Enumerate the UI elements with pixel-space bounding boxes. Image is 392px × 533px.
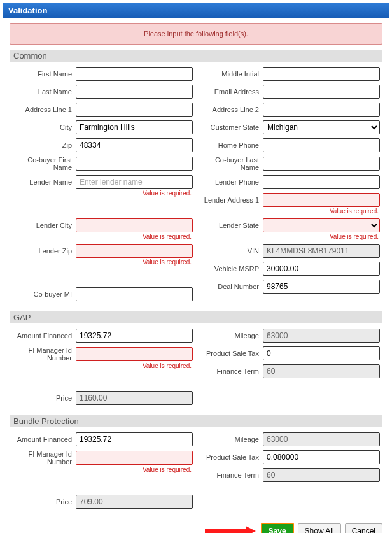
bundle-term-input — [263, 468, 380, 482]
middle-initial-input[interactable] — [263, 67, 380, 81]
error-lender-city: Value is required. — [12, 233, 193, 240]
error-gap-fi-manager: Value is required. — [12, 362, 193, 369]
label-gap-amount-financed: Amount Financed — [12, 332, 76, 339]
label-lender-state: Lender State — [199, 222, 263, 229]
label-gap-price: Price — [12, 394, 76, 402]
cobuyer-first-input[interactable] — [76, 157, 193, 171]
common-right-col: Middle Intial Email Address Address Line… — [199, 67, 380, 305]
label-vin: VIN — [199, 247, 263, 255]
label-lender-zip: Lender Zip — [12, 247, 76, 255]
label-last-name: Last Name — [12, 88, 76, 96]
gap-left-col: Amount Financed FI Manager Id Number Val… — [12, 329, 193, 409]
dialog-footer: Save Show All Cancel — [205, 523, 382, 533]
bundle-price-input — [76, 495, 193, 509]
section-gap-body: Amount Financed FI Manager Id Number Val… — [10, 327, 382, 413]
bundle-mileage-input — [263, 432, 380, 446]
lender-city-input[interactable] — [76, 218, 193, 232]
city-input[interactable] — [76, 120, 193, 134]
error-lender-name: Value is required. — [12, 190, 193, 197]
label-first-name: First Name — [12, 70, 76, 78]
label-middle-initial: Middle Intial — [199, 70, 263, 78]
first-name-input[interactable] — [76, 67, 193, 81]
bundle-tax-input[interactable] — [263, 450, 380, 464]
cobuyer-mi-input[interactable] — [76, 287, 193, 301]
label-email: Email Address — [199, 88, 263, 96]
lender-address1-input[interactable] — [263, 193, 380, 207]
gap-term-input — [263, 364, 380, 378]
label-bundle-fi-manager: FI Manager Id Number — [12, 450, 76, 465]
lender-zip-input[interactable] — [76, 244, 193, 258]
gap-amount-financed-input[interactable] — [76, 329, 193, 343]
zip-input[interactable] — [76, 138, 193, 152]
gap-right-col: Mileage Product Sale Tax Finance Term — [199, 329, 380, 409]
lender-state-select[interactable] — [263, 218, 380, 232]
label-lender-phone: Lender Phone — [199, 178, 263, 186]
label-address2: Address Line 2 — [199, 106, 263, 113]
validation-dialog: Validation Please input the following fi… — [3, 3, 389, 533]
dialog-title: Validation — [3, 3, 389, 18]
error-alert: Please input the following field(s). — [10, 23, 382, 45]
section-common-header: Common — [10, 50, 382, 62]
bundle-amount-financed-input[interactable] — [76, 432, 193, 446]
label-lender-address1: Lender Address 1 — [199, 196, 263, 204]
home-phone-input[interactable] — [263, 138, 380, 152]
label-bundle-term: Finance Term — [199, 471, 263, 479]
error-lender-address1: Value is required. — [199, 208, 380, 215]
gap-tax-input[interactable] — [263, 346, 380, 360]
label-gap-term: Finance Term — [199, 367, 263, 375]
vin-input — [263, 244, 380, 258]
label-address1: Address Line 1 — [12, 106, 76, 113]
label-customer-state: Customer State — [199, 124, 263, 131]
label-cobuyer-mi: Co-buyer MI — [12, 290, 76, 298]
section-gap-header: GAP — [10, 311, 382, 323]
label-bundle-amount-financed: Amount Financed — [12, 436, 76, 443]
error-lender-state: Value is required. — [199, 233, 380, 240]
section-bundle-body: Amount Financed FI Manager Id Number Val… — [10, 431, 382, 516]
label-gap-mileage: Mileage — [199, 332, 263, 339]
deal-number-input[interactable] — [263, 280, 380, 294]
label-deal-number: Deal Number — [199, 283, 263, 290]
label-cobuyer-last: Co-buyer Last Name — [199, 156, 263, 171]
label-cobuyer-first: Co-buyer First Name — [12, 156, 76, 171]
vehicle-msrp-input[interactable] — [263, 262, 380, 276]
common-left-col: First Name Last Name Address Line 1 City… — [12, 67, 193, 305]
label-bundle-price: Price — [12, 498, 76, 506]
address2-input[interactable] — [263, 103, 380, 117]
dialog-body: Please input the following field(s). Com… — [3, 18, 389, 533]
gap-price-input — [76, 391, 193, 405]
email-input[interactable] — [263, 85, 380, 99]
section-common-body: First Name Last Name Address Line 1 City… — [10, 66, 382, 309]
label-zip: Zip — [12, 141, 76, 149]
cancel-button[interactable]: Cancel — [345, 523, 382, 533]
save-button[interactable]: Save — [261, 523, 294, 533]
gap-fi-manager-input[interactable] — [76, 347, 193, 361]
label-city: City — [12, 124, 76, 131]
bundle-fi-manager-input[interactable] — [76, 451, 193, 465]
bundle-right-col: Mileage Product Sale Tax Finance Term — [199, 432, 380, 513]
label-bundle-tax: Product Sale Tax — [199, 453, 263, 461]
error-lender-zip: Value is required. — [12, 259, 193, 266]
bundle-left-col: Amount Financed FI Manager Id Number Val… — [12, 432, 193, 513]
last-name-input[interactable] — [76, 85, 193, 99]
label-gap-tax: Product Sale Tax — [199, 350, 263, 357]
label-lender-city: Lender City — [12, 222, 76, 229]
gap-mileage-input — [263, 329, 380, 343]
label-bundle-mileage: Mileage — [199, 436, 263, 443]
lender-name-input[interactable] — [76, 175, 193, 189]
section-bundle-header: Bundle Protection — [10, 415, 382, 427]
label-home-phone: Home Phone — [199, 141, 263, 149]
arrow-icon — [205, 527, 256, 533]
address1-input[interactable] — [76, 103, 193, 117]
error-bundle-fi-manager: Value is required. — [12, 466, 193, 473]
customer-state-select[interactable]: Michigan — [263, 120, 380, 134]
label-lender-name: Lender Name — [12, 178, 76, 186]
label-vehicle-msrp: Vehicle MSRP — [199, 265, 263, 273]
cobuyer-last-input[interactable] — [263, 157, 380, 171]
lender-phone-input[interactable] — [263, 175, 380, 189]
label-gap-fi-manager: FI Manager Id Number — [12, 346, 76, 362]
show-all-button[interactable]: Show All — [298, 523, 341, 533]
